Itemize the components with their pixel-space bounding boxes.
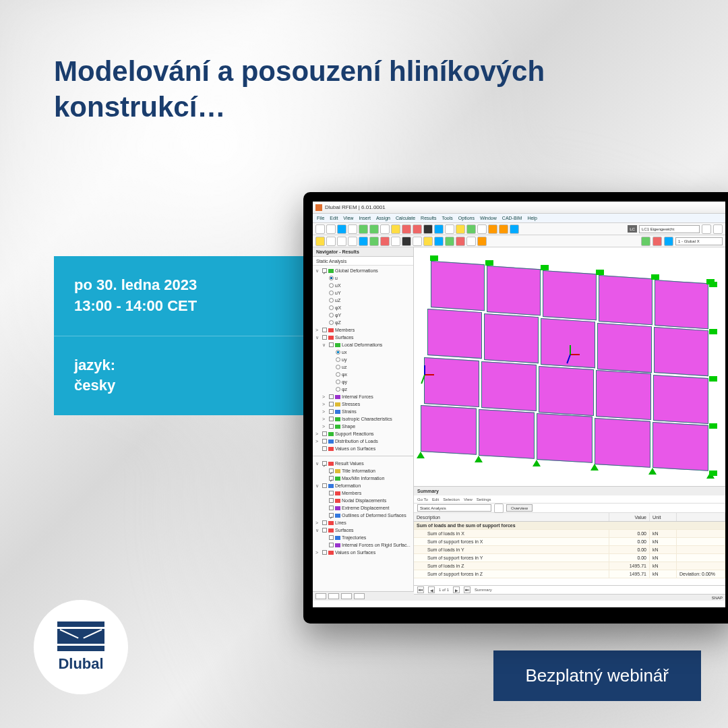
tree-item[interactable]: >Stresses bbox=[315, 400, 411, 408]
summary-menu-selection[interactable]: Selection bbox=[443, 497, 460, 502]
tree-item[interactable]: ∨Deformation bbox=[315, 482, 411, 489]
tool2-grid-icon[interactable] bbox=[369, 237, 379, 246]
nav-tab-data-icon[interactable] bbox=[315, 593, 326, 599]
checkbox-icon[interactable] bbox=[329, 402, 334, 406]
menu-cadbim[interactable]: CAD-BIM bbox=[502, 216, 522, 220]
tool-load-icon[interactable] bbox=[488, 224, 497, 234]
menu-options[interactable]: Options bbox=[458, 216, 475, 220]
checkbox-icon[interactable] bbox=[322, 328, 327, 332]
pager-next-icon[interactable]: ▶ bbox=[453, 586, 460, 593]
tool2-move-icon[interactable] bbox=[326, 237, 336, 246]
checkbox-icon[interactable] bbox=[329, 409, 334, 414]
tool2-cursor-icon[interactable] bbox=[315, 237, 325, 246]
checkbox-icon[interactable] bbox=[322, 520, 327, 525]
nav-tab-results-icon[interactable] bbox=[354, 593, 365, 599]
checkbox-icon[interactable] bbox=[329, 513, 334, 518]
summary-refresh-icon[interactable] bbox=[494, 504, 504, 513]
surface-panel[interactable] bbox=[484, 313, 539, 363]
tree-item[interactable]: Outlines of Deformed Surfaces bbox=[315, 512, 411, 519]
menu-window[interactable]: Window bbox=[480, 216, 497, 220]
surface-panel[interactable] bbox=[481, 361, 537, 411]
surface-panel[interactable] bbox=[479, 409, 535, 459]
summary-menu-edit[interactable]: Edit bbox=[432, 497, 439, 502]
checkbox-icon[interactable] bbox=[329, 424, 334, 429]
radio-icon[interactable] bbox=[329, 320, 334, 325]
tree-item[interactable]: Internal Forces on Rigid Surfac… bbox=[315, 541, 411, 549]
radio-icon[interactable] bbox=[329, 313, 334, 317]
tree-item[interactable]: >Shape bbox=[315, 423, 411, 430]
summary-menu-settings[interactable]: Settings bbox=[477, 497, 491, 502]
tool-save-icon[interactable] bbox=[337, 224, 346, 234]
tree-item[interactable]: u bbox=[315, 274, 411, 282]
results-tree-bottom[interactable]: ∨Result ValuesTitle InformationMax/Min I… bbox=[313, 458, 413, 557]
checkbox-icon[interactable] bbox=[329, 468, 334, 473]
summary-pager[interactable]: ⏮ ◀ 1 of 1 ▶ ⏭ Summary bbox=[414, 585, 725, 594]
tree-item[interactable]: φy bbox=[315, 378, 411, 386]
tool2-rotate-icon[interactable] bbox=[337, 237, 346, 246]
tree-item[interactable]: ∨Surfaces bbox=[315, 526, 411, 534]
tree-item[interactable]: ∨Result Values bbox=[315, 460, 411, 467]
menu-assign[interactable]: Assign bbox=[376, 216, 390, 220]
checkbox-icon[interactable] bbox=[329, 342, 334, 347]
checkbox-icon[interactable] bbox=[322, 528, 327, 533]
tree-item[interactable]: >Support Reactions bbox=[315, 430, 411, 437]
axis-x-icon[interactable] bbox=[641, 237, 650, 246]
checkbox-icon[interactable] bbox=[322, 431, 327, 436]
menu-insert[interactable]: Insert bbox=[359, 216, 371, 220]
checkbox-icon[interactable] bbox=[322, 550, 327, 555]
surface-panel[interactable] bbox=[653, 422, 708, 471]
summary-table[interactable]: Description Value Unit Sum of loads and … bbox=[414, 513, 725, 585]
summary-panel[interactable]: Summary Go To Edit Selection View Settin… bbox=[414, 486, 725, 594]
tree-item[interactable]: ∨Global Deformations bbox=[315, 267, 411, 274]
surface-panel[interactable] bbox=[655, 280, 708, 330]
loadcase-prev-icon[interactable] bbox=[702, 224, 711, 234]
radio-icon[interactable] bbox=[336, 357, 340, 362]
tool-print-icon[interactable] bbox=[348, 224, 357, 234]
results-tree-top[interactable]: ∨Global DeformationsuuXuYuZφXφYφZ>Member… bbox=[313, 266, 413, 454]
table-row[interactable]: Sum of support forces in Y 0.00 kN bbox=[414, 554, 725, 562]
tool-redo-icon[interactable] bbox=[369, 224, 379, 234]
tool-opening-icon[interactable] bbox=[456, 224, 465, 234]
radio-icon[interactable] bbox=[336, 350, 340, 355]
tool-new-icon[interactable] bbox=[315, 224, 325, 234]
tool-lib-icon[interactable] bbox=[391, 224, 400, 234]
tool-solid-icon[interactable] bbox=[445, 224, 454, 234]
surface-panel[interactable] bbox=[421, 405, 477, 455]
tool-member-icon[interactable] bbox=[423, 224, 433, 234]
checkbox-icon[interactable] bbox=[329, 506, 334, 510]
summary-tab-overview[interactable]: Overview bbox=[506, 504, 533, 512]
tree-item[interactable]: Members bbox=[315, 489, 411, 497]
tree-item[interactable]: >Internal Forces bbox=[315, 393, 411, 400]
tool-support-icon[interactable] bbox=[466, 224, 476, 234]
table-row[interactable]: Sum of loads in Y 0.00 kN bbox=[414, 546, 725, 554]
checkbox-icon[interactable] bbox=[329, 476, 334, 481]
loadcase-next-icon[interactable] bbox=[713, 224, 723, 234]
checkbox-icon[interactable] bbox=[329, 498, 334, 503]
menu-tools[interactable]: Tools bbox=[442, 216, 452, 220]
surface-panel[interactable] bbox=[597, 323, 652, 373]
tree-item[interactable]: >Lines bbox=[315, 519, 411, 526]
tool2-isometric-icon[interactable] bbox=[434, 237, 444, 246]
tree-item[interactable]: ux bbox=[315, 348, 411, 356]
radio-icon[interactable] bbox=[329, 305, 334, 310]
surface-panel[interactable] bbox=[654, 327, 708, 376]
tool-hinge-icon[interactable] bbox=[477, 224, 487, 234]
viewport[interactable]: Summary Go To Edit Selection View Settin… bbox=[414, 247, 725, 601]
surface-panel[interactable] bbox=[427, 309, 482, 359]
summary-menubar[interactable]: Go To Edit Selection View Settings bbox=[414, 495, 725, 504]
tool2-filter-icon[interactable] bbox=[477, 237, 487, 246]
surface-panel[interactable] bbox=[487, 266, 541, 315]
tree-item[interactable]: Title Information bbox=[315, 467, 411, 475]
surface-panel[interactable] bbox=[596, 370, 651, 419]
tool2-zoom-icon[interactable] bbox=[348, 237, 357, 246]
surface-panel[interactable] bbox=[431, 261, 485, 311]
summary-analysis-combo[interactable]: Static Analysis bbox=[417, 504, 491, 512]
radio-icon[interactable] bbox=[329, 276, 334, 280]
tree-item[interactable]: >Distribution of Loads bbox=[315, 437, 411, 445]
tool2-snap-icon[interactable] bbox=[380, 237, 390, 246]
table-row[interactable]: Sum of loads in X 0.00 kN bbox=[414, 530, 725, 538]
surface-panel[interactable] bbox=[537, 413, 593, 463]
table-row[interactable]: Sum of loads in Z 1495.71 kN bbox=[414, 562, 725, 570]
tool2-wireframe-icon[interactable] bbox=[413, 237, 422, 246]
tree-item[interactable]: uZ bbox=[315, 297, 411, 304]
